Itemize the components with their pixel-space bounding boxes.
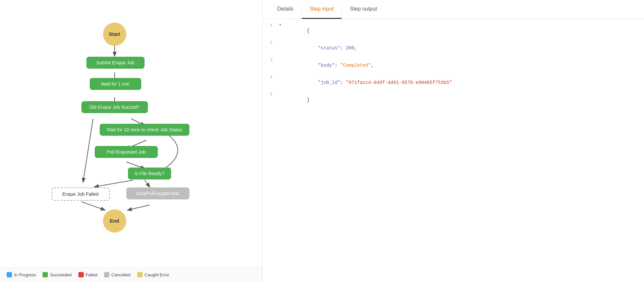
svg-line-8 bbox=[95, 180, 133, 187]
code-area: 1 ▼ { 2 "status": 200, 3 "body": "Comple… bbox=[263, 19, 644, 282]
enque-failed-node[interactable]: Enque Job Failed bbox=[52, 187, 110, 201]
line-num-5: 5 bbox=[263, 92, 279, 97]
submit-node[interactable]: Submit Enque Job bbox=[86, 57, 145, 69]
left-panel: Start Submit Enque Job Wait for 1 min Di… bbox=[0, 0, 263, 282]
wait10-node[interactable]: Wait for 10 mins to check Job Status bbox=[100, 124, 189, 136]
svg-line-4 bbox=[83, 119, 93, 182]
tab-step-input[interactable]: Step input bbox=[302, 0, 342, 19]
line-num-2: 2 bbox=[263, 40, 279, 45]
poll-node[interactable]: Poll Enqueued Job bbox=[95, 146, 158, 158]
end-node[interactable]: End bbox=[103, 209, 126, 233]
svg-line-10 bbox=[128, 205, 150, 210]
line-num-1: 1 bbox=[263, 23, 279, 28]
line-num-4: 4 bbox=[263, 75, 279, 80]
wait1-node[interactable]: Wait for 1 min bbox=[90, 78, 141, 90]
legend-cancelled: Cancelled bbox=[104, 272, 131, 277]
line-num-3: 3 bbox=[263, 57, 279, 62]
legend-failed: Failed bbox=[78, 272, 97, 277]
line-content-2: "status": 200, bbox=[284, 40, 644, 56]
line-content-3: "body": "Completed", bbox=[284, 57, 644, 73]
legend-succeeded-label: Succeeded bbox=[50, 272, 71, 277]
flow-area: Start Submit Enque Job Wait for 1 min Di… bbox=[0, 0, 262, 267]
file-ready-node[interactable]: Is File Ready? bbox=[128, 168, 171, 179]
legend: In Progress Succeeded Failed Cancelled C… bbox=[0, 267, 262, 282]
legend-caught-error-box bbox=[137, 272, 143, 277]
tab-details[interactable]: Details bbox=[269, 0, 301, 19]
code-line-5: 5 } bbox=[263, 91, 644, 108]
legend-in-progress-label: In Progress bbox=[14, 272, 36, 277]
start-node[interactable]: Start bbox=[103, 23, 126, 46]
line-content-4: "job_id": "071facc4-049f-4d91-9570-e9040… bbox=[284, 75, 644, 91]
legend-caught-error-label: Caught Error bbox=[145, 272, 169, 277]
legend-in-progress-box bbox=[7, 272, 12, 277]
code-line-3: 3 "body": "Completed", bbox=[263, 57, 644, 74]
svg-line-7 bbox=[145, 180, 150, 187]
data-task-node[interactable]: DataPullFargateTask bbox=[126, 187, 189, 199]
check1-node[interactable]: Did Enque Job Succed? bbox=[81, 101, 148, 113]
legend-in-progress: In Progress bbox=[7, 272, 36, 277]
legend-cancelled-box bbox=[104, 272, 109, 277]
code-line-2: 2 "status": 200, bbox=[263, 39, 644, 57]
line-content-1: { bbox=[284, 23, 644, 39]
legend-failed-box bbox=[78, 272, 84, 277]
line-content-5: } bbox=[284, 92, 644, 108]
svg-line-9 bbox=[81, 202, 105, 210]
legend-cancelled-label: Cancelled bbox=[111, 272, 131, 277]
legend-caught-error: Caught Error bbox=[137, 272, 169, 277]
tab-step-output[interactable]: Step output bbox=[342, 0, 385, 19]
code-line-1: 1 ▼ { bbox=[263, 22, 644, 39]
code-line-4: 4 "job_id": "071facc4-049f-4d91-9570-e90… bbox=[263, 74, 644, 91]
legend-succeeded: Succeeded bbox=[43, 272, 71, 277]
flow-canvas: Start Submit Enque Job Wait for 1 min Di… bbox=[15, 18, 248, 250]
tabs-header: Details Step input Step output bbox=[263, 0, 644, 19]
legend-failed-label: Failed bbox=[86, 272, 97, 277]
right-panel: Details Step input Step output 1 ▼ { 2 "… bbox=[263, 0, 644, 282]
line-arrow-1: ▼ bbox=[279, 23, 284, 27]
legend-succeeded-box bbox=[43, 272, 48, 277]
